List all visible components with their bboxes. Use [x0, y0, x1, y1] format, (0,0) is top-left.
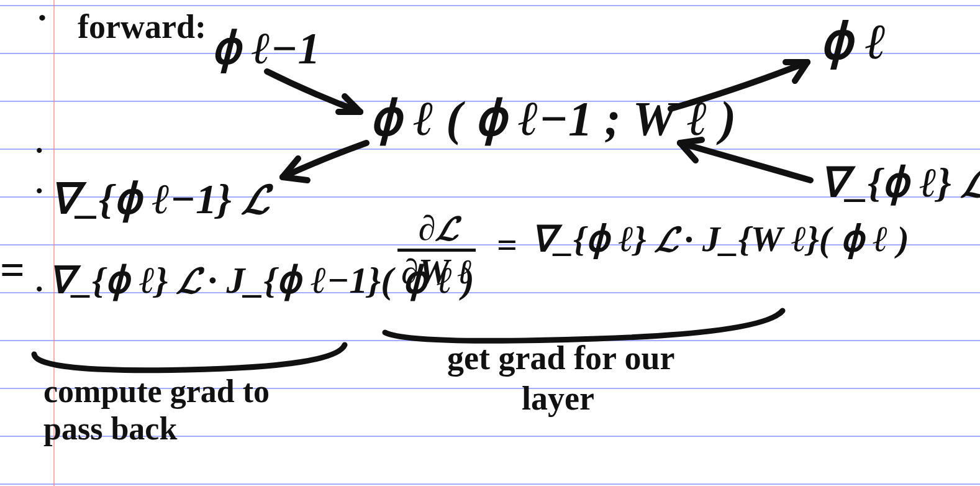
ink-strokes [0, 0, 980, 486]
notebook-page: • • • • forward: ϕ ℓ−1 ϕ ℓ ϕ ℓ ( ϕ ℓ−1 ;… [0, 0, 980, 486]
